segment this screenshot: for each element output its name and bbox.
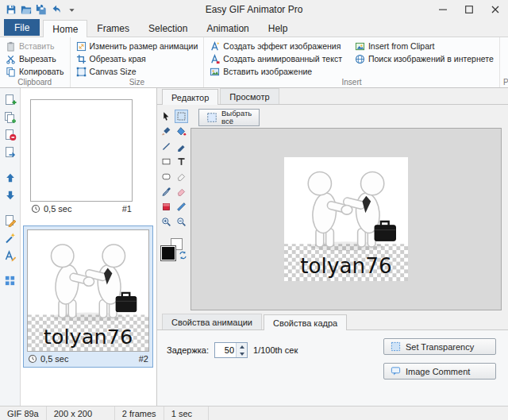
select-all-button[interactable]: Выбрать всё (198, 109, 260, 126)
tab-animation[interactable]: Animation (197, 19, 258, 37)
clipart-icon (355, 41, 365, 52)
frame-text-button[interactable] (2, 248, 18, 263)
tool-rounded-rectangle[interactable] (160, 170, 173, 183)
copy-button[interactable]: Копировать (4, 65, 66, 78)
save-as-icon[interactable] (34, 2, 48, 17)
highlighter-icon (176, 187, 187, 197)
frame-grid-icon (4, 275, 16, 287)
marker-icon (161, 202, 171, 212)
tab-selection[interactable]: Selection (139, 19, 197, 37)
gradient-icon (176, 202, 187, 212)
editor-body: Выбрать всё (157, 105, 508, 314)
editor-canvas[interactable]: tolyan76 (190, 128, 502, 310)
crop-button[interactable]: Обрезать края (75, 52, 200, 65)
tab-frames[interactable]: Frames (87, 19, 139, 37)
move-frame-down-button[interactable] (2, 187, 18, 202)
swap-colors-icon[interactable] (179, 251, 187, 260)
fill-bucket-icon (176, 126, 187, 137)
set-transparency-button[interactable]: Set Transparency (383, 338, 496, 355)
tab-frame-properties[interactable]: Свойства кадра (264, 314, 347, 330)
tool-select[interactable] (175, 110, 188, 123)
tool-pen[interactable] (175, 140, 188, 153)
duplicate-frame-button[interactable] (2, 110, 18, 125)
magic-wand-icon (4, 232, 17, 245)
canvas-size-button[interactable]: Canvas Size (75, 65, 200, 78)
tool-text[interactable] (175, 155, 188, 168)
preview-play-button[interactable] (504, 40, 508, 76)
edit-frame-button[interactable] (2, 213, 18, 228)
delay-input[interactable] (215, 343, 236, 357)
status-duration: 1 sec (164, 407, 209, 420)
spinner-down-button[interactable] (237, 350, 247, 357)
resize-animation-button[interactable]: Изменить размер анимации (75, 40, 200, 52)
tool-eyedropper[interactable] (160, 185, 173, 198)
frame-grid-button[interactable] (2, 273, 18, 288)
tool-highlighter[interactable] (175, 185, 188, 198)
add-frame-button[interactable] (2, 92, 18, 107)
tab-animation-properties[interactable]: Свойства анимации (162, 314, 262, 329)
search-images-web-button[interactable]: Поиск изображений в интернете (353, 52, 495, 65)
file-menu-button[interactable]: File (4, 19, 40, 36)
frame-item-1[interactable]: 0,5 sec #1 (26, 95, 137, 218)
image-effect-icon (210, 41, 220, 52)
extract-frame-button[interactable] (2, 144, 18, 160)
frame-1-thumbnail[interactable] (30, 99, 133, 202)
tool-line[interactable] (160, 140, 173, 153)
undo-icon[interactable] (49, 2, 64, 17)
frame-properties-panel: Задержка: 1/100th сек Set Transparency (157, 330, 508, 406)
eraser-icon (176, 171, 187, 182)
tool-zoom-in[interactable] (160, 215, 173, 229)
tab-home[interactable]: Home (43, 20, 87, 37)
tool-fill[interactable] (175, 125, 188, 138)
maximize-button[interactable] (456, 0, 482, 19)
image-text: tolyan76 (44, 325, 133, 349)
toolbar-options-icon[interactable] (64, 2, 79, 17)
editor-canvas-area: Выбрать всё (189, 106, 506, 314)
tab-help[interactable]: Help (259, 19, 298, 37)
foreground-color-swatch[interactable] (160, 245, 176, 261)
image-text: tolyan76 (300, 254, 392, 278)
create-animated-text-button[interactable]: Создать анимированный текст (208, 52, 344, 65)
group-label-preview: Preview (500, 77, 508, 87)
close-button[interactable] (482, 0, 508, 19)
frame-2-thumbnail[interactable]: tolyan76 (27, 229, 149, 352)
cut-button[interactable]: Вырезать (4, 52, 66, 65)
frame-item-2[interactable]: tolyan76 0,5 sec #2 (23, 225, 153, 368)
line-icon (161, 141, 171, 152)
app-window: Easy GIF Animator Pro File Home Frames S… (0, 0, 508, 420)
text-icon (176, 156, 187, 167)
spinner-up-button[interactable] (237, 343, 247, 350)
move-frame-up-button[interactable] (2, 170, 18, 185)
tool-rectangle[interactable] (160, 155, 173, 168)
insert-from-clipart-button[interactable]: Insert from Clipart (353, 40, 495, 52)
ribbon-group-clipboard: Вставить Вырезать Копировать Clipboard (0, 37, 71, 87)
menubar: File Home Frames Selection Animation Hel… (0, 19, 508, 37)
image-comment-button[interactable]: Image Comment (383, 363, 496, 380)
tool-gradient[interactable] (175, 200, 188, 214)
tool-marker[interactable] (160, 200, 173, 214)
tab-editor[interactable]: Редактор (162, 89, 218, 105)
delete-frame-button[interactable] (2, 127, 18, 142)
scissors-icon (6, 54, 16, 64)
frame-toolbar (0, 88, 21, 406)
insert-image-button[interactable]: Вставить изображение (208, 65, 344, 78)
open-icon[interactable] (19, 2, 33, 17)
magic-wand-button[interactable] (2, 230, 18, 245)
save-icon[interactable] (4, 2, 18, 17)
paste-button[interactable]: Вставить (4, 40, 66, 52)
create-image-effect-button[interactable]: Создать эффект изображения (208, 40, 344, 52)
tool-zoom-out[interactable] (175, 215, 188, 229)
paste-icon (6, 41, 16, 52)
minimize-button[interactable] (429, 0, 456, 19)
animated-text-icon (210, 54, 220, 64)
tool-cursor[interactable] (160, 110, 173, 123)
delay-label: Задержка: (167, 345, 209, 355)
clock-icon (31, 204, 40, 214)
arrow-down-icon (5, 190, 16, 201)
tool-brush[interactable] (160, 125, 173, 138)
zoom-out-icon (176, 217, 187, 227)
tab-preview[interactable]: Просмотр (220, 88, 279, 104)
tool-eraser[interactable] (175, 170, 188, 183)
editor-tabs: Редактор Просмотр (157, 88, 508, 105)
zoom-in-icon (161, 217, 171, 227)
